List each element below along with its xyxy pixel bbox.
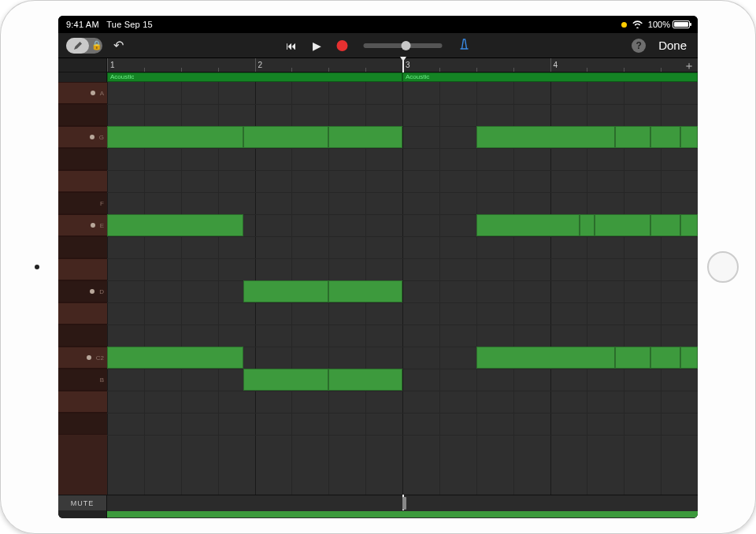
edit-mode-toggle[interactable]: 🔒 [66,38,102,54]
pitch-row[interactable] [58,413,107,435]
metronome-button[interactable] [458,38,471,53]
pitch-row[interactable] [58,148,107,170]
midi-note[interactable] [328,369,402,391]
pitch-row[interactable]: C2 [58,347,107,369]
pitch-row[interactable] [58,258,107,280]
record-button[interactable] [337,40,348,51]
battery-percent: 100% [648,20,670,29]
go-to-start-button[interactable]: ⏮ [286,39,297,52]
ruler-bar: 4 [550,58,558,72]
region[interactable]: Acoustic [402,72,698,82]
midi-note[interactable] [107,347,243,369]
midi-note[interactable] [476,347,615,369]
pitch-row[interactable]: F [58,192,107,214]
pitch-label: C2 [96,354,104,362]
pitch-row[interactable] [58,104,107,126]
pitch-label: D [99,288,104,295]
velocity-bar[interactable] [107,511,698,517]
pitch-row[interactable] [58,236,107,258]
help-button[interactable]: ? [632,39,646,53]
midi-note[interactable] [650,214,680,236]
ruler-bar: 1 [107,58,115,72]
region-lane[interactable]: AcousticAcoustic [107,72,698,82]
pitch-row[interactable]: B [58,369,107,391]
pitch-row[interactable] [58,391,107,413]
midi-note[interactable] [328,280,402,302]
ruler-bar: 2 [255,58,263,72]
midi-note[interactable] [680,347,699,369]
region-gutter [58,72,107,82]
mute-button[interactable]: MUTE [58,495,107,510]
ipad-camera [35,265,39,269]
pitch-label: G [99,134,104,141]
fret-dot-icon [91,223,95,228]
scroll-handle[interactable] [402,497,406,510]
midi-note[interactable] [243,126,329,148]
scroll-track[interactable] [107,495,698,510]
home-button[interactable] [707,251,739,283]
pitch-label: F [100,200,104,207]
done-button[interactable]: Done [658,39,687,52]
velocity-gutter [58,510,107,518]
add-section-button[interactable]: ＋ [684,59,695,73]
pitch-row[interactable]: A [58,82,107,104]
midi-note[interactable] [580,214,595,236]
midi-note[interactable] [243,280,329,302]
midi-note[interactable] [107,214,243,236]
play-button[interactable]: ▶ [313,39,321,52]
midi-note[interactable] [680,126,699,148]
velocity-lane[interactable] [107,510,698,518]
pitch-row[interactable]: G [58,126,107,148]
time-ruler[interactable]: 4321 ＋ [107,58,698,72]
status-bar: 9:41 AM Tue Sep 15 100% [58,16,698,33]
midi-note[interactable] [650,126,680,148]
midi-note[interactable] [680,214,699,236]
ruler-gutter [58,58,107,72]
midi-note[interactable] [328,126,402,148]
pitch-row[interactable]: E [58,214,107,236]
undo-button[interactable]: ↶ [113,38,124,53]
toolbar: 🔒 ↶ ⏮ ▶ ? Done [58,33,698,58]
midi-note[interactable] [615,347,650,369]
wifi-icon [632,20,643,30]
pitch-row[interactable] [58,324,107,347]
midi-note[interactable] [243,369,329,391]
lock-icon: 🔒 [91,40,102,50]
midi-note[interactable] [650,347,680,369]
status-date: Tue Sep 15 [106,20,152,29]
region[interactable]: Acoustic [107,72,402,82]
fret-dot-icon [90,289,94,294]
pitch-row[interactable]: D [58,280,107,302]
note-grid[interactable] [107,82,698,495]
master-volume-slider[interactable] [364,43,443,48]
fret-dot-icon [87,355,91,360]
midi-note[interactable] [476,126,615,148]
pitch-label: A [100,90,104,97]
pitch-label: E [100,222,104,229]
pitch-row[interactable] [58,302,107,324]
fret-dot-icon [91,91,95,95]
pitch-label: B [100,376,104,384]
midi-note[interactable] [107,126,243,148]
midi-note[interactable] [615,126,650,148]
midi-note[interactable] [476,214,580,236]
midi-note[interactable] [595,214,650,236]
status-time: 9:41 AM [66,20,99,29]
location-indicator-icon [621,22,627,28]
fret-dot-icon [90,135,94,139]
battery-icon [673,20,690,28]
pitch-row[interactable] [58,170,107,192]
pitch-column[interactable]: AGFEDC2B [58,82,107,495]
